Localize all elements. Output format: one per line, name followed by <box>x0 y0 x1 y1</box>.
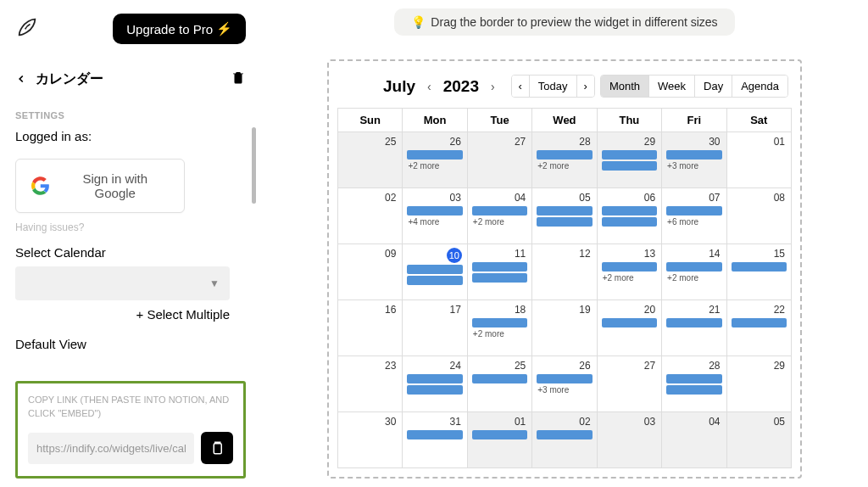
event-bar[interactable] <box>732 318 787 327</box>
calendar-cell[interactable]: 20 <box>597 300 661 356</box>
copy-button[interactable] <box>201 432 233 464</box>
calendar-cell[interactable]: 08 <box>726 188 791 244</box>
more-events-link[interactable]: +4 more <box>408 217 465 227</box>
more-events-link[interactable]: +2 more <box>537 161 594 171</box>
event-bar[interactable] <box>602 318 657 327</box>
back-icon[interactable] <box>15 73 27 85</box>
copy-link-input[interactable] <box>28 433 194 464</box>
more-events-link[interactable]: +3 more <box>537 385 594 395</box>
event-bar[interactable] <box>407 385 462 395</box>
event-bar[interactable] <box>407 276 462 285</box>
event-bar[interactable] <box>472 262 527 271</box>
event-bar[interactable] <box>732 262 787 271</box>
calendar-cell[interactable]: 22 <box>726 300 791 356</box>
calendar-cell[interactable]: 12 <box>532 244 597 300</box>
calendar-cell[interactable]: 01 <box>726 132 791 188</box>
event-bar[interactable] <box>666 262 721 271</box>
calendar-cell[interactable]: 26+3 more <box>532 356 597 412</box>
calendar-cell[interactable]: 24 <box>403 356 467 412</box>
view-week[interactable]: Week <box>649 76 695 97</box>
select-multiple-link[interactable]: + Select Multiple <box>15 307 230 322</box>
calendar-cell[interactable]: 17 <box>403 300 467 356</box>
delete-icon[interactable] <box>231 70 246 88</box>
calendar-cell[interactable]: 04 <box>662 412 726 468</box>
event-bar[interactable] <box>666 150 721 160</box>
calendar-cell[interactable]: 25 <box>338 132 403 188</box>
calendar-cell[interactable]: 15 <box>726 244 791 300</box>
calendar-cell[interactable]: 05 <box>532 188 597 244</box>
calendar-cell[interactable]: 21 <box>662 300 726 356</box>
calendar-cell[interactable]: 19 <box>532 300 597 356</box>
google-signin-button[interactable]: Sign in with Google <box>15 159 185 213</box>
event-bar[interactable] <box>666 374 721 383</box>
event-bar[interactable] <box>666 318 721 327</box>
calendar-cell[interactable]: 10 <box>403 244 467 300</box>
calendar-cell[interactable]: 02 <box>532 412 597 468</box>
calendar-cell[interactable]: 29 <box>597 132 661 188</box>
calendar-cell[interactable]: 03 <box>597 412 661 468</box>
calendar-cell[interactable]: 03+4 more <box>403 188 467 244</box>
calendar-cell[interactable]: 27 <box>467 132 531 188</box>
event-bar[interactable] <box>472 273 527 283</box>
event-bar[interactable] <box>407 374 462 383</box>
calendar-cell[interactable]: 29 <box>726 356 791 412</box>
more-events-link[interactable]: +6 more <box>667 217 724 227</box>
calendar-cell[interactable]: 25 <box>467 356 531 412</box>
prev-button[interactable]: ‹ <box>512 76 530 97</box>
calendar-cell[interactable]: 27 <box>597 356 661 412</box>
calendar-cell[interactable]: 26+2 more <box>403 132 467 188</box>
calendar-cell[interactable]: 11 <box>467 244 531 300</box>
calendar-cell[interactable]: 18+2 more <box>467 300 531 356</box>
event-bar[interactable] <box>407 265 462 274</box>
event-bar[interactable] <box>407 150 462 160</box>
calendar-cell[interactable]: 13+2 more <box>597 244 661 300</box>
calendar-cell[interactable]: 23 <box>338 356 403 412</box>
event-bar[interactable] <box>602 150 657 160</box>
calendar-cell[interactable]: 30+3 more <box>662 132 726 188</box>
calendar-cell[interactable]: 28+2 more <box>532 132 597 188</box>
calendar-select[interactable]: ▼ <box>15 266 230 300</box>
view-agenda[interactable]: Agenda <box>732 76 787 97</box>
event-bar[interactable] <box>537 150 592 160</box>
event-bar[interactable] <box>407 430 462 439</box>
event-bar[interactable] <box>537 430 592 439</box>
event-bar[interactable] <box>472 374 527 383</box>
more-events-link[interactable]: +3 more <box>667 161 724 171</box>
next-month-icon[interactable]: › <box>489 80 497 93</box>
event-bar[interactable] <box>602 161 657 171</box>
event-bar[interactable] <box>537 217 592 227</box>
next-button[interactable]: › <box>577 76 594 97</box>
view-month[interactable]: Month <box>601 76 649 97</box>
upgrade-button[interactable]: Upgrade to Pro ⚡ <box>113 14 246 44</box>
more-events-link[interactable]: +2 more <box>408 161 465 171</box>
event-bar[interactable] <box>602 206 657 216</box>
calendar-cell[interactable]: 16 <box>338 300 403 356</box>
event-bar[interactable] <box>602 217 657 227</box>
calendar-cell[interactable]: 07+6 more <box>662 188 726 244</box>
event-bar[interactable] <box>537 374 592 383</box>
more-events-link[interactable]: +2 more <box>603 273 659 283</box>
event-bar[interactable] <box>666 385 721 395</box>
event-bar[interactable] <box>472 206 527 216</box>
event-bar[interactable] <box>666 206 721 216</box>
calendar-cell[interactable]: 28 <box>662 356 726 412</box>
prev-month-icon[interactable]: ‹ <box>426 80 433 93</box>
calendar-cell[interactable]: 06 <box>597 188 661 244</box>
calendar-cell[interactable]: 02 <box>338 188 403 244</box>
widget-preview[interactable]: July ‹ 2023 › ‹ Today › Month Week Day <box>327 59 802 479</box>
more-events-link[interactable]: +2 more <box>473 217 530 227</box>
more-events-link[interactable]: +2 more <box>667 273 724 283</box>
event-bar[interactable] <box>472 318 527 327</box>
calendar-cell[interactable]: 04+2 more <box>467 188 531 244</box>
calendar-cell[interactable]: 30 <box>338 412 403 468</box>
event-bar[interactable] <box>472 430 527 439</box>
event-bar[interactable] <box>537 206 592 216</box>
view-day[interactable]: Day <box>695 76 732 97</box>
scrollbar[interactable] <box>252 127 256 204</box>
calendar-cell[interactable]: 05 <box>726 412 791 468</box>
calendar-cell[interactable]: 31 <box>403 412 467 468</box>
calendar-cell[interactable]: 09 <box>338 244 403 300</box>
event-bar[interactable] <box>407 206 462 216</box>
more-events-link[interactable]: +2 more <box>473 329 530 339</box>
today-button[interactable]: Today <box>530 76 577 97</box>
